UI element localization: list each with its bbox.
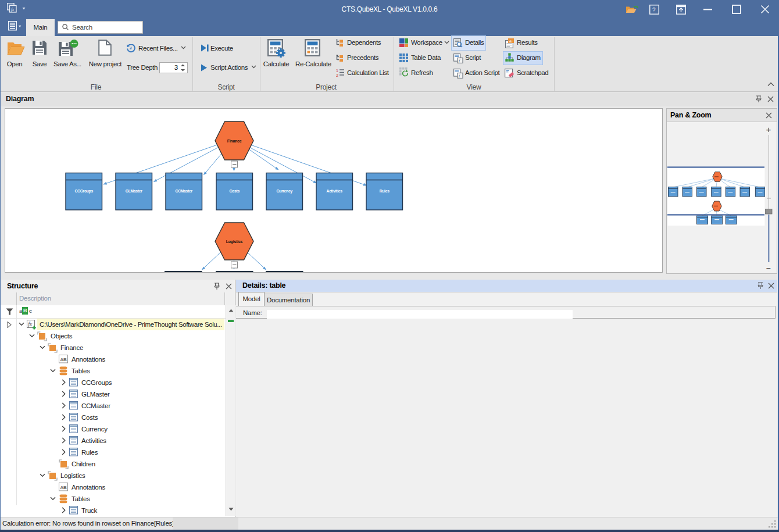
svg-text:CCGroups: CCGroups — [74, 189, 93, 194]
svg-text:Costs: Costs — [230, 189, 240, 193]
svg-text:+: + — [766, 124, 771, 134]
svg-text:ab: ab — [509, 40, 513, 43]
svg-text:Rules: Rules — [380, 189, 390, 193]
svg-text:2: 2 — [336, 73, 338, 77]
svg-text:1: 1 — [336, 69, 338, 73]
svg-text:?: ? — [652, 7, 656, 13]
svg-text:Logistics: Logistics — [226, 240, 243, 244]
svg-text:AB: AB — [60, 357, 67, 362]
svg-text:AB: AB — [60, 485, 67, 490]
svg-text:Currency: Currency — [277, 189, 293, 194]
svg-text:Activities: Activities — [327, 189, 343, 193]
svg-text:fx: fx — [28, 321, 33, 327]
svg-text:GLMaster: GLMaster — [126, 189, 142, 193]
svg-text:Finance: Finance — [227, 139, 242, 143]
svg-text:−: − — [766, 263, 771, 272]
svg-text:CCMaster: CCMaster — [176, 189, 193, 193]
